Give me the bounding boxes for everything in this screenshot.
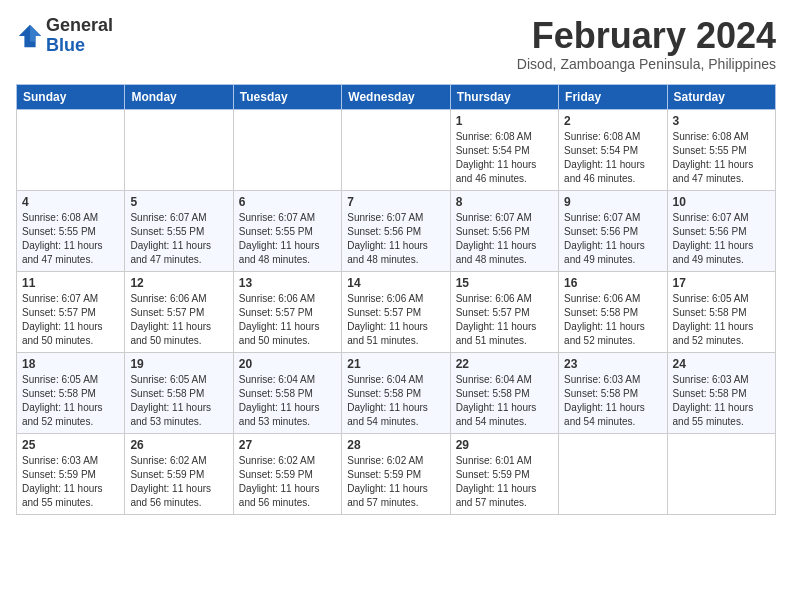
day-info: Sunrise: 6:07 AMSunset: 5:56 PMDaylight:… <box>456 211 553 267</box>
calendar-cell: 23Sunrise: 6:03 AMSunset: 5:58 PMDayligh… <box>559 352 667 433</box>
calendar-cell: 15Sunrise: 6:06 AMSunset: 5:57 PMDayligh… <box>450 271 558 352</box>
day-number: 18 <box>22 357 119 371</box>
day-number: 12 <box>130 276 227 290</box>
day-info: Sunrise: 6:08 AMSunset: 5:55 PMDaylight:… <box>673 130 770 186</box>
day-info: Sunrise: 6:07 AMSunset: 5:57 PMDaylight:… <box>22 292 119 348</box>
day-number: 7 <box>347 195 444 209</box>
calendar-cell: 17Sunrise: 6:05 AMSunset: 5:58 PMDayligh… <box>667 271 775 352</box>
day-info: Sunrise: 6:03 AMSunset: 5:58 PMDaylight:… <box>673 373 770 429</box>
day-number: 10 <box>673 195 770 209</box>
calendar-cell: 10Sunrise: 6:07 AMSunset: 5:56 PMDayligh… <box>667 190 775 271</box>
day-number: 29 <box>456 438 553 452</box>
calendar-cell: 27Sunrise: 6:02 AMSunset: 5:59 PMDayligh… <box>233 433 341 514</box>
calendar-cell: 4Sunrise: 6:08 AMSunset: 5:55 PMDaylight… <box>17 190 125 271</box>
day-number: 1 <box>456 114 553 128</box>
day-info: Sunrise: 6:06 AMSunset: 5:57 PMDaylight:… <box>456 292 553 348</box>
title-area: February 2024 Disod, Zamboanga Peninsula… <box>517 16 776 72</box>
day-info: Sunrise: 6:01 AMSunset: 5:59 PMDaylight:… <box>456 454 553 510</box>
calendar-cell: 26Sunrise: 6:02 AMSunset: 5:59 PMDayligh… <box>125 433 233 514</box>
calendar-cell: 28Sunrise: 6:02 AMSunset: 5:59 PMDayligh… <box>342 433 450 514</box>
day-info: Sunrise: 6:05 AMSunset: 5:58 PMDaylight:… <box>673 292 770 348</box>
calendar-cell: 16Sunrise: 6:06 AMSunset: 5:58 PMDayligh… <box>559 271 667 352</box>
day-info: Sunrise: 6:04 AMSunset: 5:58 PMDaylight:… <box>239 373 336 429</box>
calendar-cell: 21Sunrise: 6:04 AMSunset: 5:58 PMDayligh… <box>342 352 450 433</box>
day-number: 24 <box>673 357 770 371</box>
day-number: 27 <box>239 438 336 452</box>
day-number: 5 <box>130 195 227 209</box>
week-row-3: 11Sunrise: 6:07 AMSunset: 5:57 PMDayligh… <box>17 271 776 352</box>
calendar-cell: 14Sunrise: 6:06 AMSunset: 5:57 PMDayligh… <box>342 271 450 352</box>
header-cell-sunday: Sunday <box>17 84 125 109</box>
day-info: Sunrise: 6:07 AMSunset: 5:55 PMDaylight:… <box>239 211 336 267</box>
day-number: 14 <box>347 276 444 290</box>
day-info: Sunrise: 6:07 AMSunset: 5:56 PMDaylight:… <box>347 211 444 267</box>
day-info: Sunrise: 6:02 AMSunset: 5:59 PMDaylight:… <box>347 454 444 510</box>
week-row-4: 18Sunrise: 6:05 AMSunset: 5:58 PMDayligh… <box>17 352 776 433</box>
calendar-cell <box>17 109 125 190</box>
day-info: Sunrise: 6:05 AMSunset: 5:58 PMDaylight:… <box>22 373 119 429</box>
header-row: SundayMondayTuesdayWednesdayThursdayFrid… <box>17 84 776 109</box>
page-header: General Blue February 2024 Disod, Zamboa… <box>16 16 776 72</box>
day-info: Sunrise: 6:04 AMSunset: 5:58 PMDaylight:… <box>456 373 553 429</box>
day-number: 28 <box>347 438 444 452</box>
header-cell-wednesday: Wednesday <box>342 84 450 109</box>
day-info: Sunrise: 6:07 AMSunset: 5:56 PMDaylight:… <box>564 211 661 267</box>
day-number: 3 <box>673 114 770 128</box>
week-row-2: 4Sunrise: 6:08 AMSunset: 5:55 PMDaylight… <box>17 190 776 271</box>
calendar-cell: 3Sunrise: 6:08 AMSunset: 5:55 PMDaylight… <box>667 109 775 190</box>
day-number: 13 <box>239 276 336 290</box>
header-cell-thursday: Thursday <box>450 84 558 109</box>
calendar-cell: 18Sunrise: 6:05 AMSunset: 5:58 PMDayligh… <box>17 352 125 433</box>
day-number: 17 <box>673 276 770 290</box>
day-number: 22 <box>456 357 553 371</box>
day-info: Sunrise: 6:08 AMSunset: 5:55 PMDaylight:… <box>22 211 119 267</box>
calendar-cell <box>125 109 233 190</box>
week-row-5: 25Sunrise: 6:03 AMSunset: 5:59 PMDayligh… <box>17 433 776 514</box>
day-info: Sunrise: 6:06 AMSunset: 5:57 PMDaylight:… <box>130 292 227 348</box>
calendar-cell: 24Sunrise: 6:03 AMSunset: 5:58 PMDayligh… <box>667 352 775 433</box>
day-info: Sunrise: 6:08 AMSunset: 5:54 PMDaylight:… <box>564 130 661 186</box>
day-number: 6 <box>239 195 336 209</box>
month-year-title: February 2024 <box>517 16 776 56</box>
day-info: Sunrise: 6:07 AMSunset: 5:55 PMDaylight:… <box>130 211 227 267</box>
calendar-cell: 19Sunrise: 6:05 AMSunset: 5:58 PMDayligh… <box>125 352 233 433</box>
logo-icon <box>16 22 44 50</box>
day-number: 2 <box>564 114 661 128</box>
calendar-cell: 9Sunrise: 6:07 AMSunset: 5:56 PMDaylight… <box>559 190 667 271</box>
calendar-cell <box>559 433 667 514</box>
day-number: 11 <box>22 276 119 290</box>
day-info: Sunrise: 6:06 AMSunset: 5:58 PMDaylight:… <box>564 292 661 348</box>
calendar-cell: 12Sunrise: 6:06 AMSunset: 5:57 PMDayligh… <box>125 271 233 352</box>
day-number: 8 <box>456 195 553 209</box>
calendar-cell <box>667 433 775 514</box>
day-info: Sunrise: 6:07 AMSunset: 5:56 PMDaylight:… <box>673 211 770 267</box>
day-info: Sunrise: 6:05 AMSunset: 5:58 PMDaylight:… <box>130 373 227 429</box>
calendar-cell: 11Sunrise: 6:07 AMSunset: 5:57 PMDayligh… <box>17 271 125 352</box>
day-info: Sunrise: 6:08 AMSunset: 5:54 PMDaylight:… <box>456 130 553 186</box>
day-number: 19 <box>130 357 227 371</box>
calendar-cell: 8Sunrise: 6:07 AMSunset: 5:56 PMDaylight… <box>450 190 558 271</box>
day-number: 15 <box>456 276 553 290</box>
location-subtitle: Disod, Zamboanga Peninsula, Philippines <box>517 56 776 72</box>
calendar-header: SundayMondayTuesdayWednesdayThursdayFrid… <box>17 84 776 109</box>
day-info: Sunrise: 6:03 AMSunset: 5:59 PMDaylight:… <box>22 454 119 510</box>
day-number: 21 <box>347 357 444 371</box>
calendar-cell: 22Sunrise: 6:04 AMSunset: 5:58 PMDayligh… <box>450 352 558 433</box>
day-number: 25 <box>22 438 119 452</box>
calendar-cell: 13Sunrise: 6:06 AMSunset: 5:57 PMDayligh… <box>233 271 341 352</box>
logo-blue: Blue <box>46 36 113 56</box>
header-cell-monday: Monday <box>125 84 233 109</box>
calendar-cell: 1Sunrise: 6:08 AMSunset: 5:54 PMDaylight… <box>450 109 558 190</box>
calendar-cell: 25Sunrise: 6:03 AMSunset: 5:59 PMDayligh… <box>17 433 125 514</box>
svg-marker-1 <box>30 25 41 42</box>
calendar-cell <box>233 109 341 190</box>
week-row-1: 1Sunrise: 6:08 AMSunset: 5:54 PMDaylight… <box>17 109 776 190</box>
calendar-cell: 20Sunrise: 6:04 AMSunset: 5:58 PMDayligh… <box>233 352 341 433</box>
calendar-cell: 2Sunrise: 6:08 AMSunset: 5:54 PMDaylight… <box>559 109 667 190</box>
calendar-cell: 29Sunrise: 6:01 AMSunset: 5:59 PMDayligh… <box>450 433 558 514</box>
day-number: 9 <box>564 195 661 209</box>
calendar-cell: 7Sunrise: 6:07 AMSunset: 5:56 PMDaylight… <box>342 190 450 271</box>
calendar-table: SundayMondayTuesdayWednesdayThursdayFrid… <box>16 84 776 515</box>
header-cell-saturday: Saturday <box>667 84 775 109</box>
day-info: Sunrise: 6:04 AMSunset: 5:58 PMDaylight:… <box>347 373 444 429</box>
